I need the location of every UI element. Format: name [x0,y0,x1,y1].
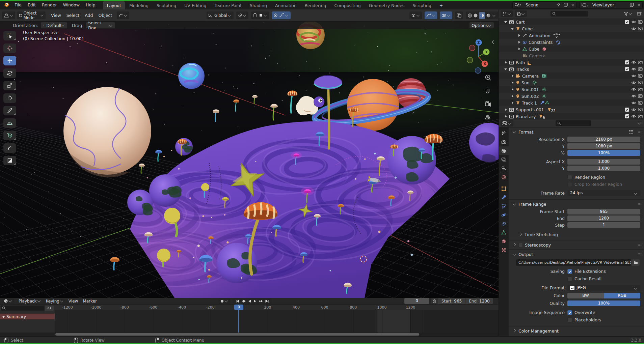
pie-menu-button[interactable] [117,11,129,19]
workspace-tab-compositing[interactable]: Compositing [330,1,364,9]
playhead-label[interactable]: 0 [234,305,243,310]
editor-type-button[interactable] [2,11,15,19]
collapse-panel-arrow[interactable] [492,40,494,44]
properties-tab-output[interactable] [499,146,509,155]
properties-tab-physics[interactable] [499,210,509,219]
new-layer-icon[interactable] [628,2,636,8]
tool-measure[interactable] [3,118,16,128]
frame-end-field[interactable]: 1200 [567,216,640,221]
resolution-y-field[interactable]: 1080 px [567,143,640,149]
file-format-dropdown[interactable]: JPEG [567,285,640,291]
hide-eye-icon[interactable] [631,60,636,64]
tool-annotate[interactable] [3,106,16,115]
properties-tab-object[interactable] [499,184,509,193]
timeline-menu-playback[interactable]: Playback [16,299,44,304]
timeline-editor-type-button[interactable] [2,298,14,304]
disable-render-icon[interactable] [638,74,643,78]
expand-icon[interactable] [517,34,521,37]
outliner-search-field[interactable] [551,11,588,17]
workspace-tab-texture-paint[interactable]: Texture Paint [211,1,245,9]
expand-icon[interactable] [517,48,521,50]
timeline-body[interactable] [55,310,499,333]
render-region-checkbox[interactable] [567,175,572,180]
file-extensions-checkbox[interactable] [567,269,572,274]
pattern-sphere[interactable] [127,190,153,216]
snap-toggle-group[interactable] [251,11,269,19]
viewport-menu-select[interactable]: Select [64,13,82,18]
timeline-scrollbar[interactable] [0,333,499,336]
timeline-menu-keying[interactable]: Keying [44,299,66,304]
hide-eye-icon[interactable] [631,101,636,105]
playhead-line[interactable] [238,310,239,333]
menu-window[interactable]: Window [60,2,83,7]
orientation-dropdown[interactable]: Default [41,22,67,28]
aspect-x-field[interactable]: 1.000 [567,159,640,165]
tool-rotate[interactable] [3,68,16,78]
tool-arc-tool[interactable] [3,143,16,153]
planet-marble[interactable] [178,63,205,89]
menu-file[interactable]: File [11,2,25,7]
outliner-row-animation[interactable]: Animation [499,32,644,39]
expand-icon[interactable] [517,41,521,44]
frame-range-section-header[interactable]: Frame Range [509,200,644,208]
menu-render[interactable]: Render [39,2,60,7]
viewlayer-icon[interactable] [580,2,590,8]
tool-cursor[interactable] [3,44,16,53]
output-path-field[interactable]: C:\Users\user-pc\Desktop\Piehole\Project… [516,259,631,266]
mode-dropdown[interactable]: Object Mode [17,11,46,19]
timeline-menu-view[interactable]: View [66,299,80,304]
crop-region-checkbox[interactable] [567,182,572,187]
3d-viewport[interactable]: Orientation: Default Drag: Select Box Op… [0,22,499,298]
resolution-pct-slider[interactable]: 100% [567,150,640,156]
outliner-row-cube[interactable]: Cube [499,46,644,52]
properties-tab-world[interactable] [499,173,509,181]
outliner-row-track-1[interactable]: Track 1 [499,99,644,106]
exclude-checkbox[interactable] [625,114,629,119]
hide-eye-icon[interactable] [631,27,636,31]
outliner-row-tracks[interactable]: Tracks [499,66,644,73]
proportional-edit-group[interactable] [272,11,291,19]
expand-icon[interactable] [504,115,508,118]
outliner-row-camera[interactable]: Camera [499,52,644,59]
xray-toggle[interactable] [455,11,463,19]
scene-name[interactable]: Scene [524,2,555,7]
exclude-checkbox[interactable] [625,67,629,71]
blender-logo-icon[interactable] [3,2,9,7]
delete-scene-icon[interactable]: × [569,2,576,8]
workspace-tab-sculpting[interactable]: Sculpting [153,1,180,9]
pattern-sphere[interactable] [149,174,182,207]
exclude-checkbox[interactable] [625,107,629,112]
scene-icon[interactable] [513,2,524,8]
expand-icon[interactable] [504,68,508,70]
exclude-checkbox[interactable] [625,60,629,65]
gizmos-toggle[interactable] [425,11,437,19]
output-section-header[interactable]: Output [509,250,644,259]
properties-tab-viewlayer[interactable] [499,155,509,164]
disable-render-icon[interactable] [638,87,643,91]
outliner-row-sun-001[interactable]: Sun.001 . [499,86,644,93]
quality-slider[interactable]: 100% [567,300,640,306]
expand-icon[interactable] [504,61,508,64]
hide-eye-icon[interactable] [631,74,636,78]
overwrite-checkbox[interactable] [567,310,572,315]
properties-tab-material[interactable] [499,237,509,246]
outliner-row-supports-001[interactable]: Supports.001 22 [499,106,644,113]
pin-icon[interactable] [555,2,562,8]
outliner-row-cube[interactable]: Cube [499,25,644,32]
outliner-row-sun-002[interactable]: Sun.002 . [499,93,644,99]
exclude-checkbox[interactable] [625,20,629,24]
tool-scale[interactable] [3,81,16,90]
expand-icon[interactable] [510,88,514,91]
stereoscopy-section-header[interactable]: Stereoscopy [509,240,644,249]
properties-search-field[interactable] [556,120,591,126]
disable-render-icon[interactable] [638,94,643,98]
frame-rate-dropdown[interactable]: 24 fps [567,190,640,196]
overlays-toggle[interactable] [440,11,452,19]
color-rgb-option[interactable]: RGB [604,293,640,298]
scene-selector[interactable]: Scene × [512,1,576,8]
workspace-tab-modeling[interactable]: Modeling [126,1,152,9]
expand-icon[interactable] [510,28,514,30]
expand-icon[interactable] [510,81,514,84]
open-folder-button[interactable] [632,259,640,266]
hide-eye-icon[interactable] [631,114,636,118]
